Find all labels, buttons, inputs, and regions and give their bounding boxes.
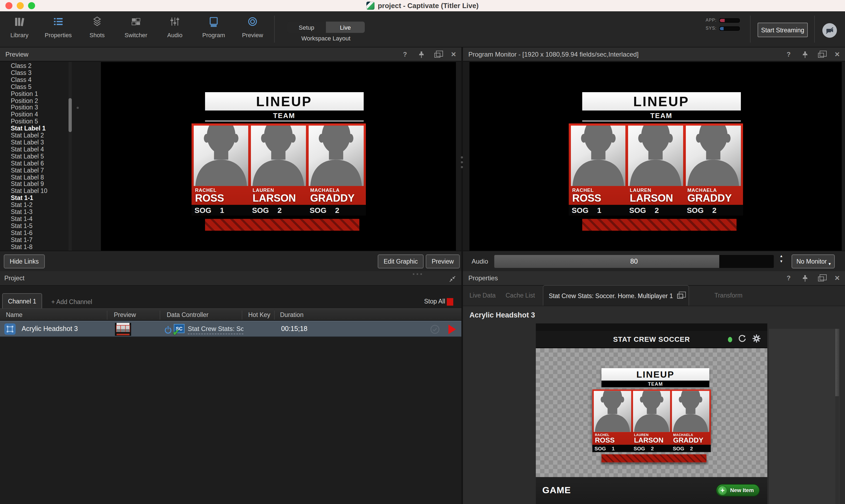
list-item[interactable]: Stat Label 9 xyxy=(0,181,69,188)
help-icon[interactable]: ? xyxy=(785,275,792,282)
list-item[interactable]: Position 5 xyxy=(0,118,69,125)
close-panel-icon[interactable]: ✕ xyxy=(834,275,841,282)
list-item[interactable]: Stat 1-7 xyxy=(0,236,69,244)
list-item[interactable]: Stat 1-6 xyxy=(0,230,69,237)
stop-all-button[interactable] xyxy=(447,298,453,306)
help-icon[interactable]: ? xyxy=(401,51,409,58)
live-toggle-button[interactable]: Live xyxy=(326,21,365,33)
silhouette-icon xyxy=(309,126,363,186)
toolbar-item-shots[interactable]: Shots xyxy=(82,15,113,38)
silhouette-icon xyxy=(571,126,625,186)
edit-graphic-button[interactable]: Edit Graphic xyxy=(378,254,424,268)
list-item[interactable]: Class 4 xyxy=(0,76,69,84)
float-panel-icon[interactable] xyxy=(817,51,825,58)
list-scrollbar-thumb[interactable] xyxy=(69,98,72,132)
player-first-name: RACHEL xyxy=(193,186,248,193)
player-card: RACHEL ROSS xyxy=(594,391,631,445)
properties-scrollbar-thumb[interactable] xyxy=(835,329,839,396)
lineup-stripe-bar xyxy=(582,219,736,231)
list-item[interactable]: Stat 1-8 xyxy=(0,244,69,250)
lineup-stripe-bar xyxy=(601,454,706,463)
help-icon[interactable]: ? xyxy=(785,51,792,58)
refresh-icon[interactable] xyxy=(738,335,746,345)
pin-icon[interactable] xyxy=(801,275,808,282)
toolbar-item-preview[interactable]: Preview xyxy=(237,15,268,38)
vertical-splitter-handle[interactable] xyxy=(461,156,463,168)
list-item[interactable]: Stat Label 2 xyxy=(0,132,69,139)
close-window-button[interactable] xyxy=(5,2,13,9)
close-panel-icon[interactable]: ✕ xyxy=(834,51,841,58)
gear-icon[interactable] xyxy=(752,334,761,345)
panel-splitter-handle[interactable] xyxy=(413,273,422,275)
account-avatar[interactable] xyxy=(822,23,837,38)
list-item[interactable]: Stat Label 8 xyxy=(0,174,69,181)
program-panel-header: Program Monitor - [1920 x 1080,59.94 fie… xyxy=(463,48,845,61)
list-item[interactable]: Position 1 xyxy=(0,90,69,97)
vertical-panel-divider[interactable] xyxy=(461,48,463,504)
list-item[interactable]: Stat Label 3 xyxy=(0,139,69,146)
player-card: MACHAELA GRADDY xyxy=(672,391,709,445)
float-tab-icon[interactable] xyxy=(677,294,683,299)
audio-decrement-button[interactable]: ▼ xyxy=(779,260,784,263)
tab-channel-1[interactable]: Channel 1 xyxy=(2,293,42,308)
player-headshot xyxy=(594,391,631,432)
preview-icon xyxy=(246,15,258,29)
list-item[interactable]: Stat Label 5 xyxy=(0,153,69,160)
list-splitter-handle[interactable] xyxy=(76,107,79,109)
tab-cache-list[interactable]: Cache List xyxy=(505,285,535,306)
list-item[interactable]: Stat 1-4 xyxy=(0,216,69,222)
toolbar-item-library[interactable]: Library xyxy=(4,15,35,38)
list-item[interactable]: Position 2 xyxy=(0,97,69,104)
plus-icon: + xyxy=(718,485,727,495)
toolbar-item-properties[interactable]: Properties xyxy=(42,15,74,38)
tab-stat-crew-stats[interactable]: Stat Crew Stats: Soccer. Home. Multiplay… xyxy=(543,285,689,306)
setup-toggle-button[interactable]: Setup xyxy=(287,21,326,33)
new-item-button[interactable]: + New Item xyxy=(716,484,760,497)
list-item[interactable]: Stat 1-5 xyxy=(0,222,69,230)
list-item[interactable]: Stat Label 4 xyxy=(0,146,69,153)
list-item[interactable]: Position 3 xyxy=(0,104,69,111)
tab-transform[interactable]: Transform xyxy=(714,285,742,306)
toolbar-item-switcher[interactable]: Switcher xyxy=(120,15,152,38)
list-item[interactable]: Stat Label 10 xyxy=(0,188,69,195)
program-panel-title: Program Monitor - [1920 x 1080,59.94 fie… xyxy=(468,50,639,58)
toolbar-item-program[interactable]: Program xyxy=(198,15,229,38)
toolbar-item-audio[interactable]: Audio xyxy=(159,15,190,38)
hide-links-button[interactable]: Hide Links xyxy=(4,254,45,268)
audio-volume-slider[interactable]: 80 xyxy=(494,255,774,268)
minimize-window-button[interactable] xyxy=(17,2,24,9)
float-panel-icon[interactable] xyxy=(817,275,825,282)
play-button[interactable] xyxy=(448,324,456,334)
float-panel-icon[interactable] xyxy=(434,51,441,58)
add-channel-button[interactable]: + Add Channel xyxy=(51,299,92,305)
lineup-team-label: TEAM xyxy=(601,381,709,389)
start-streaming-button[interactable]: Start Streaming xyxy=(758,23,808,37)
list-item[interactable]: Stat 1-2 xyxy=(0,202,69,209)
project-panel-title: Project xyxy=(4,274,24,282)
row-data-controller[interactable]: Stat Crew Stats: Sc xyxy=(188,325,243,334)
list-item[interactable]: Stat Label 7 xyxy=(0,167,69,174)
monitor-select[interactable]: No Monitor ▼ xyxy=(792,254,835,268)
list-item[interactable]: Stat Label 6 xyxy=(0,160,69,167)
pin-icon[interactable] xyxy=(801,51,808,58)
list-item[interactable]: Class 5 xyxy=(0,83,69,90)
list-item[interactable]: Class 3 xyxy=(0,70,69,76)
collapse-panel-icon[interactable] xyxy=(449,275,456,285)
list-item[interactable]: Stat 1-1 xyxy=(0,195,69,202)
lineup-graphic: LINEUP TEAM RACHEL ROSS xyxy=(191,92,366,251)
pin-icon[interactable] xyxy=(418,51,425,58)
list-item[interactable]: Stat 1-3 xyxy=(0,209,69,216)
tab-live-data[interactable]: Live Data xyxy=(469,285,496,306)
list-item[interactable]: Class 2 xyxy=(0,62,69,70)
power-toggle-icon[interactable] xyxy=(164,325,172,336)
workspace-layout-label: Workspace Layout xyxy=(287,35,365,41)
close-panel-icon[interactable]: ✕ xyxy=(450,51,457,58)
stop-all-label: Stop All xyxy=(424,298,445,305)
audio-increment-button[interactable]: ▲ xyxy=(779,254,784,258)
list-item[interactable]: Stat Label 1 xyxy=(0,125,69,132)
table-row[interactable]: Acrylic Headshot 3 SC ✔ Stat Crew Stats:… xyxy=(0,321,461,337)
graphic-type-icon xyxy=(4,323,16,335)
list-item[interactable]: Position 4 xyxy=(0,111,69,118)
preview-button[interactable]: Preview xyxy=(426,254,460,268)
zoom-window-button[interactable] xyxy=(28,2,35,9)
